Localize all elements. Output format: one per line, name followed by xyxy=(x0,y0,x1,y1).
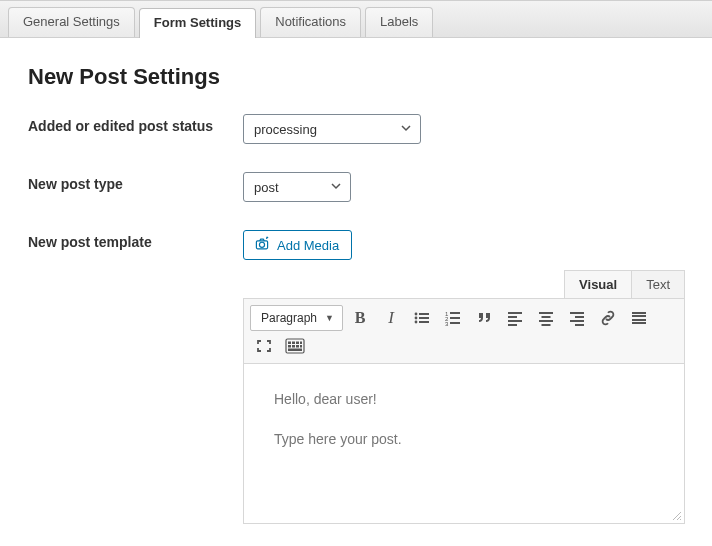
chevron-down-icon xyxy=(400,122,412,137)
svg-rect-26 xyxy=(632,312,646,314)
fullscreen-button[interactable] xyxy=(250,333,278,359)
svg-rect-17 xyxy=(508,324,517,326)
svg-text:3: 3 xyxy=(445,321,449,326)
svg-rect-16 xyxy=(508,320,522,322)
editor-line: Hello, dear user! xyxy=(274,388,654,410)
resize-handle-icon[interactable] xyxy=(670,509,682,521)
blockquote-button[interactable] xyxy=(470,305,498,331)
select-post-type[interactable]: post xyxy=(243,172,351,202)
read-more-button[interactable] xyxy=(625,305,653,331)
bold-button[interactable]: B xyxy=(346,305,374,331)
svg-rect-25 xyxy=(575,324,584,326)
editor-mode-text[interactable]: Text xyxy=(632,270,685,298)
svg-rect-11 xyxy=(450,312,460,314)
svg-rect-22 xyxy=(570,312,584,314)
svg-rect-23 xyxy=(575,316,584,318)
caret-down-icon: ▼ xyxy=(325,313,334,323)
svg-rect-38 xyxy=(296,345,299,348)
chevron-down-icon xyxy=(330,180,342,195)
svg-rect-40 xyxy=(288,349,302,352)
numbered-list-button[interactable]: 123 xyxy=(439,305,467,331)
format-dropdown-value: Paragraph xyxy=(261,311,317,325)
svg-rect-5 xyxy=(419,313,429,315)
svg-rect-24 xyxy=(570,320,584,322)
select-post-status-value: processing xyxy=(254,122,317,137)
tab-notifications[interactable]: Notifications xyxy=(260,7,361,37)
svg-point-3 xyxy=(415,317,418,320)
svg-rect-13 xyxy=(450,322,460,324)
link-button[interactable] xyxy=(594,305,622,331)
svg-rect-29 xyxy=(632,322,646,324)
editor-toolbar: Paragraph ▼ B I 123 xyxy=(243,298,685,364)
svg-rect-33 xyxy=(292,342,295,345)
svg-point-4 xyxy=(415,321,418,324)
italic-button[interactable]: I xyxy=(377,305,405,331)
svg-rect-6 xyxy=(419,317,429,319)
svg-line-41 xyxy=(673,512,681,520)
svg-rect-28 xyxy=(632,319,646,321)
svg-rect-36 xyxy=(288,345,291,348)
svg-rect-18 xyxy=(539,312,553,314)
svg-point-0 xyxy=(259,242,264,247)
label-post-template: New post template xyxy=(28,230,243,250)
select-post-status[interactable]: processing xyxy=(243,114,421,144)
align-left-button[interactable] xyxy=(501,305,529,331)
svg-line-43 xyxy=(680,519,681,520)
page-title: New Post Settings xyxy=(28,64,684,90)
svg-point-2 xyxy=(415,313,418,316)
svg-rect-7 xyxy=(419,321,429,323)
toolbar-toggle-button[interactable] xyxy=(281,333,309,359)
tab-form-settings[interactable]: Form Settings xyxy=(139,8,256,38)
select-post-type-value: post xyxy=(254,180,279,195)
align-right-button[interactable] xyxy=(563,305,591,331)
svg-rect-39 xyxy=(300,345,302,348)
editor-line: Type here your post. xyxy=(274,428,654,450)
media-icon xyxy=(254,236,270,255)
editor-mode-visual[interactable]: Visual xyxy=(564,270,632,298)
format-dropdown[interactable]: Paragraph ▼ xyxy=(250,305,343,331)
svg-rect-37 xyxy=(292,345,295,348)
svg-rect-21 xyxy=(541,324,550,326)
svg-rect-32 xyxy=(288,342,291,345)
bullet-list-button[interactable] xyxy=(408,305,436,331)
tab-labels[interactable]: Labels xyxy=(365,7,433,37)
add-media-label: Add Media xyxy=(277,238,339,253)
tab-general-settings[interactable]: General Settings xyxy=(8,7,135,37)
align-center-button[interactable] xyxy=(532,305,560,331)
svg-rect-15 xyxy=(508,316,517,318)
svg-rect-34 xyxy=(296,342,299,345)
svg-rect-20 xyxy=(539,320,553,322)
svg-rect-12 xyxy=(450,317,460,319)
add-media-button[interactable]: Add Media xyxy=(243,230,352,260)
svg-rect-27 xyxy=(632,315,646,317)
label-post-type: New post type xyxy=(28,172,243,192)
svg-rect-35 xyxy=(300,342,302,345)
editor-content[interactable]: Hello, dear user! Type here your post. xyxy=(243,364,685,524)
wysiwyg-editor: Visual Text Paragraph ▼ B I xyxy=(243,270,685,524)
svg-rect-14 xyxy=(508,312,522,314)
settings-tabs: General Settings Form Settings Notificat… xyxy=(0,0,712,38)
svg-rect-19 xyxy=(541,316,550,318)
label-post-status: Added or edited post status xyxy=(28,114,243,134)
